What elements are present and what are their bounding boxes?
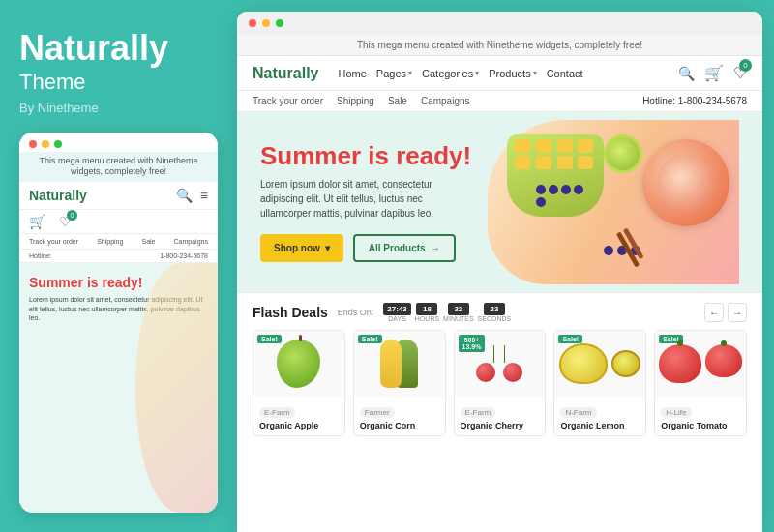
site-top-banner: This mega menu created with Ninetheme wi… bbox=[237, 35, 762, 56]
tomato-img-area: Sale! bbox=[655, 331, 746, 397]
browser-content: This mega menu created with Ninetheme wi… bbox=[237, 35, 762, 532]
nav-contact[interactable]: Contact bbox=[547, 68, 583, 79]
heart-icon[interactable]: ♡ 0 bbox=[733, 64, 747, 82]
mobile-campaigns[interactable]: Campaigns bbox=[174, 238, 208, 245]
apple-seller: E-Farm bbox=[259, 407, 295, 418]
tomato-name: Organic Tomato bbox=[661, 421, 740, 430]
theme-title: Naturally bbox=[19, 29, 218, 68]
cherry-badge-bot: 13.9% bbox=[462, 343, 482, 350]
flash-prev-button[interactable]: ← bbox=[704, 303, 724, 322]
blueberry-1 bbox=[536, 185, 546, 194]
theme-subtitle: Theme bbox=[19, 70, 218, 95]
mobile-nav-icons: 🔍 ≡ bbox=[176, 188, 208, 203]
browser-top-bar bbox=[237, 12, 762, 35]
cherry-card-body: E-Farm Organic Cherry bbox=[455, 397, 546, 435]
flash-next-button[interactable]: → bbox=[728, 303, 747, 322]
apple-name: Organic Apple bbox=[259, 421, 339, 430]
products-chevron-icon: ▾ bbox=[533, 69, 537, 77]
timer-days-unit: 27:43 DAYS bbox=[383, 303, 410, 322]
flash-nav: ← → bbox=[704, 303, 747, 322]
apple-fruit-icon bbox=[277, 340, 320, 388]
browser-dot-green bbox=[276, 19, 283, 27]
browser-dot-red bbox=[249, 19, 256, 27]
corn-name: Organic Corn bbox=[360, 421, 439, 430]
timer-minutes: 32 bbox=[448, 303, 469, 315]
apple-sale-badge: Sale! bbox=[257, 335, 282, 343]
corn-card-body: Farmer Organic Corn bbox=[354, 397, 445, 435]
lemon-icon-group bbox=[559, 343, 640, 384]
mobile-sec-nav: Track your order Shipping Sale Campaigns bbox=[19, 234, 218, 250]
cherry-left bbox=[476, 363, 495, 382]
mobile-hotline: 1-800-234-5678 bbox=[160, 252, 208, 259]
browser-dot-yellow bbox=[262, 19, 270, 27]
all-products-button[interactable]: All Products → bbox=[353, 234, 456, 262]
dot-green bbox=[54, 140, 62, 148]
timer-minutes-label: MINUTES bbox=[443, 315, 474, 322]
mobile-logo: Naturally bbox=[29, 188, 87, 203]
nav-categories[interactable]: Categories ▾ bbox=[422, 68, 479, 79]
shop-now-button[interactable]: Shop now ▾ bbox=[260, 234, 343, 262]
mobile-mockup: This mega menu created with Ninetheme wi… bbox=[19, 133, 218, 513]
sec-nav-campaigns[interactable]: Campaigns bbox=[421, 96, 470, 106]
timer-minutes-unit: 32 MINUTES bbox=[443, 303, 474, 322]
dot-red bbox=[29, 140, 37, 148]
blueberry-4 bbox=[574, 185, 583, 194]
tomato-seller: H-Life bbox=[661, 407, 691, 418]
nav-links: Home Pages ▾ Categories ▾ Products ▾ Con… bbox=[338, 68, 665, 79]
mobile-cart-icon[interactable]: 🛒 bbox=[29, 214, 45, 229]
pineapple-chunks bbox=[515, 139, 596, 169]
mobile-shipping[interactable]: Shipping bbox=[97, 238, 123, 245]
product-cards: Sale! E-Farm Organic Apple Sale! bbox=[253, 330, 747, 436]
hero-title: Summer is ready! bbox=[260, 142, 488, 170]
tomato-2 bbox=[705, 344, 742, 377]
nav-pages[interactable]: Pages ▾ bbox=[376, 68, 412, 79]
mobile-heart-icon[interactable]: ♡ 0 bbox=[59, 214, 72, 229]
apple-stem bbox=[299, 335, 302, 341]
heart-badge: 0 bbox=[739, 59, 752, 72]
mobile-search-icon[interactable]: 🔍 bbox=[176, 188, 193, 203]
site-sec-nav: Track your order Shipping Sale Campaigns… bbox=[237, 91, 762, 112]
chunk-1 bbox=[515, 139, 530, 153]
site-hotline: Hotline: 1-800-234-5678 bbox=[642, 96, 747, 106]
product-card-tomato[interactable]: Sale! H-Life Organic Tomato bbox=[654, 330, 747, 436]
hotline-number: 1-800-234-5678 bbox=[678, 96, 747, 106]
product-card-apple[interactable]: Sale! E-Farm Organic Apple bbox=[253, 330, 345, 436]
site-logo: Naturally bbox=[253, 65, 318, 82]
timer-seconds: 23 bbox=[484, 303, 505, 315]
cart-icon[interactable]: 🛒 bbox=[704, 64, 724, 82]
flash-deals-title: Flash Deals bbox=[253, 305, 328, 320]
sec-nav-sale[interactable]: Sale bbox=[388, 96, 407, 106]
shop-now-label: Shop now bbox=[274, 243, 320, 253]
chunk-6 bbox=[536, 156, 551, 169]
mobile-top-bar bbox=[19, 133, 218, 152]
hero-description: Lorem ipsum dolor sit amet, consectetur … bbox=[260, 177, 473, 221]
product-card-cherry[interactable]: 500+ 13.9% bbox=[454, 330, 547, 436]
chunk-7 bbox=[557, 156, 573, 169]
sec-nav-shipping[interactable]: Shipping bbox=[337, 96, 374, 106]
corn-icon bbox=[380, 340, 418, 388]
sec-nav-track[interactable]: Track your order bbox=[253, 96, 323, 106]
lime-slice bbox=[604, 134, 642, 173]
blueberry-5 bbox=[536, 197, 546, 207]
stem-right bbox=[504, 345, 505, 363]
nav-home[interactable]: Home bbox=[338, 68, 366, 79]
site-nav: Naturally Home Pages ▾ Categories ▾ Prod… bbox=[237, 56, 762, 91]
pages-chevron-icon: ▾ bbox=[408, 69, 412, 77]
mobile-track[interactable]: Track your order bbox=[29, 238, 78, 245]
nav-products[interactable]: Products ▾ bbox=[489, 68, 536, 79]
blueberry-3 bbox=[561, 185, 571, 194]
search-icon[interactable]: 🔍 bbox=[678, 66, 695, 81]
cherry-seller: E-Farm bbox=[461, 407, 496, 418]
apple-card-body: E-Farm Organic Apple bbox=[253, 397, 344, 435]
nav-right: 🔍 🛒 ♡ 0 bbox=[678, 64, 747, 82]
grapefruit bbox=[642, 139, 729, 226]
product-card-corn[interactable]: Sale! Farmer Organic Corn bbox=[353, 330, 446, 436]
blueberries bbox=[536, 185, 594, 207]
lemon-seller: N-Farm bbox=[560, 407, 596, 418]
product-card-lemon[interactable]: Sale! N-Farm Organic Lemon bbox=[553, 330, 646, 436]
mobile-sale[interactable]: Sale bbox=[141, 238, 155, 245]
corn-sale-badge: Sale! bbox=[358, 335, 382, 343]
mobile-nav: Naturally 🔍 ≡ bbox=[19, 182, 218, 210]
timer-days: 27:43 bbox=[383, 303, 410, 315]
mobile-menu-icon[interactable]: ≡ bbox=[200, 188, 208, 203]
